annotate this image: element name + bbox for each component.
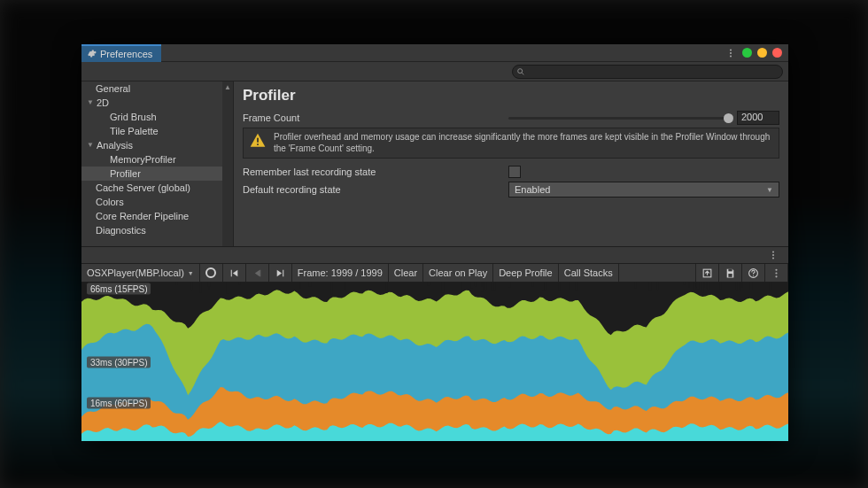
svg-rect-27 xyxy=(461,283,461,290)
frame-count-slider[interactable] xyxy=(508,117,733,120)
svg-rect-62 xyxy=(575,283,577,291)
svg-point-7 xyxy=(772,252,774,253)
help-button[interactable] xyxy=(742,264,765,282)
svg-rect-42 xyxy=(694,283,695,290)
slider-knob[interactable] xyxy=(724,113,733,123)
frame-first-button[interactable] xyxy=(223,264,246,282)
svg-rect-47 xyxy=(491,283,492,291)
sidebar-item[interactable]: Core Render Pipeline xyxy=(81,209,233,223)
load-button[interactable] xyxy=(696,264,719,282)
svg-point-0 xyxy=(730,49,732,50)
svg-rect-45 xyxy=(741,283,743,288)
sidebar-item[interactable]: Grid Brush xyxy=(81,110,233,124)
svg-rect-46 xyxy=(649,283,652,290)
svg-rect-23 xyxy=(542,283,544,290)
default-recording-dropdown[interactable]: Enabled ▼ xyxy=(508,182,779,198)
sidebar-item-label: Diagnostics xyxy=(96,223,146,237)
close-button[interactable] xyxy=(772,48,782,58)
profiler-kebab-menu-icon[interactable] xyxy=(765,246,781,264)
remember-label: Remember last recording state xyxy=(243,167,508,177)
svg-rect-64 xyxy=(330,283,333,295)
sidebar-item[interactable]: Cache Server (global) xyxy=(81,181,233,195)
svg-rect-53 xyxy=(485,283,487,290)
sidebar-item[interactable]: Profiler xyxy=(81,167,233,181)
sidebar-item-label: Tile Palette xyxy=(110,124,159,138)
chevron-down-icon: ▼ xyxy=(188,270,194,276)
skip-forward-icon xyxy=(275,267,286,279)
frame-prev-button[interactable] xyxy=(246,264,269,282)
save-icon xyxy=(725,267,736,279)
clear-button[interactable]: Clear xyxy=(389,264,423,282)
svg-rect-10 xyxy=(230,269,231,276)
svg-rect-58 xyxy=(385,283,387,293)
page-title: Profiler xyxy=(243,87,779,105)
svg-point-20 xyxy=(775,275,777,277)
save-button[interactable] xyxy=(719,264,742,282)
svg-rect-56 xyxy=(345,283,346,290)
sidebar-item-label: General xyxy=(96,81,130,96)
sidebar-item[interactable]: Tile Palette xyxy=(81,124,233,138)
kebab-menu-icon[interactable] xyxy=(723,44,739,62)
titlebar: Preferences xyxy=(81,44,788,62)
sidebar-item-label: 2D xyxy=(97,96,109,110)
toolbar-kebab-icon[interactable] xyxy=(765,264,788,282)
svg-point-18 xyxy=(775,268,777,270)
svg-rect-57 xyxy=(656,283,658,290)
deep-profile-button[interactable]: Deep Profile xyxy=(493,264,559,282)
chevron-down-icon: ▼ xyxy=(766,186,773,194)
svg-point-3 xyxy=(518,68,523,73)
svg-point-2 xyxy=(730,55,732,57)
minimize-button[interactable] xyxy=(742,48,752,58)
gear-icon xyxy=(87,49,97,58)
dropdown-value: Enabled xyxy=(515,184,550,195)
record-button[interactable] xyxy=(200,264,223,282)
svg-rect-30 xyxy=(558,283,561,291)
record-icon xyxy=(205,267,216,278)
svg-rect-24 xyxy=(708,283,710,290)
scroll-up-icon[interactable]: ▲ xyxy=(222,81,233,92)
profiler-toolbar: OSXPlayer(MBP.local) ▼ Frame: 1999 / 199… xyxy=(81,264,788,283)
sidebar-item[interactable]: Diagnostics xyxy=(81,223,233,237)
svg-rect-28 xyxy=(704,283,706,289)
sidebar-scrollbar[interactable]: ▲ xyxy=(222,81,233,246)
frame-indicator: Frame: 1999 / 1999 xyxy=(292,264,389,282)
frame-next-button[interactable] xyxy=(269,264,292,282)
svg-point-19 xyxy=(775,272,777,274)
svg-rect-41 xyxy=(208,283,211,286)
warning-box: Profiler overhead and memory usage can i… xyxy=(243,128,779,159)
clear-on-play-button[interactable]: Clear on Play xyxy=(423,264,493,282)
preferences-panel: Profiler Frame Count 2000 Profiler overh… xyxy=(234,81,788,246)
sidebar-item-label: Grid Brush xyxy=(110,110,157,124)
profiler-chart[interactable]: 66ms (15FPS)33ms (30FPS)16ms (60FPS) xyxy=(81,283,788,441)
call-stacks-button[interactable]: Call Stacks xyxy=(559,264,619,282)
sidebar-item[interactable]: General xyxy=(81,81,233,96)
search-input[interactable] xyxy=(512,65,783,79)
preferences-window: Preferences General▼2DGrid BrushTile Pal… xyxy=(81,44,788,441)
sidebar-item[interactable]: MemoryProfiler xyxy=(81,152,233,167)
svg-rect-14 xyxy=(728,268,732,271)
sidebar-item-label: Colors xyxy=(96,195,124,209)
svg-rect-39 xyxy=(770,283,771,290)
svg-rect-40 xyxy=(739,283,741,290)
skip-back-icon xyxy=(229,267,240,279)
sidebar-item[interactable]: Colors xyxy=(81,195,233,209)
sidebar-item[interactable]: ▼2D xyxy=(81,96,233,110)
step-back-icon xyxy=(252,267,263,279)
sidebar-item[interactable]: ▼Analysis xyxy=(81,138,233,152)
svg-rect-5 xyxy=(257,138,259,143)
remember-checkbox[interactable] xyxy=(508,166,521,178)
svg-rect-21 xyxy=(509,283,511,288)
tab-preferences[interactable]: Preferences xyxy=(81,44,161,62)
frame-count-field[interactable]: 2000 xyxy=(737,111,779,125)
svg-rect-63 xyxy=(481,283,483,286)
sidebar-item-label: Core Render Pipeline xyxy=(96,209,189,223)
svg-rect-69 xyxy=(750,283,752,289)
target-dropdown[interactable]: OSXPlayer(MBP.local) ▼ xyxy=(81,264,200,282)
frame-count-label: Frame Count xyxy=(243,112,508,123)
svg-rect-60 xyxy=(697,283,699,290)
maximize-button[interactable] xyxy=(757,48,767,58)
svg-rect-43 xyxy=(299,283,300,288)
svg-rect-51 xyxy=(545,283,546,290)
svg-rect-49 xyxy=(569,283,570,289)
foldout-icon: ▼ xyxy=(87,96,94,110)
